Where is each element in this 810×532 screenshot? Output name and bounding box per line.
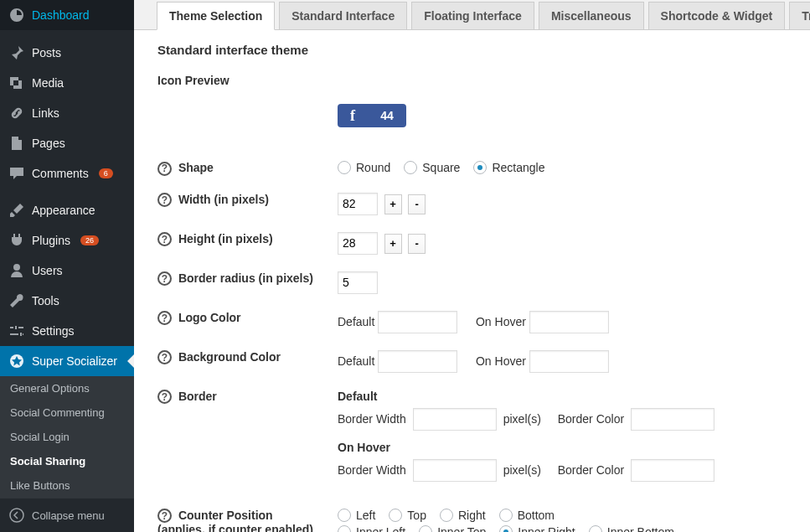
sidebar-item-dashboard[interactable]: Dashboard bbox=[0, 0, 134, 30]
border-width-suffix: pixel(s) bbox=[503, 463, 541, 477]
bg-color-label: Background Color bbox=[178, 350, 281, 364]
counter-top[interactable]: Top bbox=[389, 509, 426, 522]
sidebar-label: Super Socializer bbox=[32, 354, 117, 368]
counter-left-radio[interactable] bbox=[338, 509, 351, 522]
sidebar-label: Users bbox=[32, 264, 63, 277]
sidebar-label: Tools bbox=[32, 294, 59, 307]
sidebar-subitem-general[interactable]: General Options bbox=[0, 376, 134, 400]
bg-color-hover-input[interactable] bbox=[529, 350, 609, 373]
width-minus-button[interactable]: - bbox=[408, 194, 426, 214]
sidebar-item-posts[interactable]: Posts bbox=[0, 38, 134, 68]
tab-troubleshoot[interactable]: Trou bbox=[789, 2, 810, 29]
shape-square[interactable]: Square bbox=[404, 161, 460, 174]
sidebar-item-appearance[interactable]: Appearance bbox=[0, 195, 134, 225]
sidebar-label: Dashboard bbox=[32, 8, 90, 22]
sidebar-subitem-login[interactable]: Social Login bbox=[0, 425, 134, 449]
comment-icon bbox=[8, 165, 25, 182]
border-color-default-input[interactable] bbox=[631, 408, 715, 431]
help-icon[interactable]: ? bbox=[157, 350, 172, 364]
border-color-label: Border Color bbox=[558, 463, 624, 477]
logo-color-hover-input[interactable] bbox=[529, 311, 609, 333]
help-icon[interactable]: ? bbox=[157, 390, 172, 404]
counter-inner-left[interactable]: Inner Left bbox=[338, 525, 405, 533]
help-icon[interactable]: ? bbox=[157, 232, 172, 246]
sidebar-item-pages[interactable]: Pages bbox=[0, 128, 134, 158]
brush-icon bbox=[8, 202, 25, 219]
help-icon[interactable]: ? bbox=[157, 271, 172, 286]
admin-sidebar: Dashboard Posts Media Links Pages Commen… bbox=[0, 0, 134, 532]
socializer-icon bbox=[8, 353, 25, 369]
sidebar-item-super-socializer[interactable]: Super Socializer bbox=[0, 346, 134, 376]
help-icon[interactable]: ? bbox=[157, 162, 172, 176]
sidebar-item-media[interactable]: Media bbox=[0, 68, 134, 98]
tabs-nav: Theme Selection Standard Interface Float… bbox=[134, 0, 810, 30]
counter-left[interactable]: Left bbox=[338, 509, 375, 522]
sidebar-subitem-sharing[interactable]: Social Sharing bbox=[0, 449, 134, 473]
logo-hover-label: On Hover bbox=[476, 315, 526, 328]
bg-color-default-input[interactable] bbox=[378, 350, 457, 373]
icon-preview-facebook: f 44 bbox=[338, 104, 406, 127]
counter-inner-right-radio[interactable] bbox=[499, 525, 513, 533]
height-input[interactable] bbox=[338, 232, 378, 255]
counter-inner-left-radio[interactable] bbox=[338, 525, 351, 533]
counter-label: Counter Position bbox=[178, 509, 273, 522]
counter-inner-top-radio[interactable] bbox=[419, 525, 432, 533]
tab-theme-selection[interactable]: Theme Selection bbox=[157, 2, 275, 30]
logo-color-default-input[interactable] bbox=[378, 311, 457, 333]
border-width-default-input[interactable] bbox=[413, 408, 497, 431]
width-plus-button[interactable]: + bbox=[384, 194, 402, 214]
sidebar-item-users[interactable]: Users bbox=[0, 256, 134, 286]
border-width-suffix: pixel(s) bbox=[503, 412, 541, 426]
border-color-hover-input[interactable] bbox=[631, 459, 715, 482]
help-icon[interactable]: ? bbox=[157, 509, 172, 523]
border-width-hover-input[interactable] bbox=[413, 459, 497, 482]
border-width-label: Border Width bbox=[338, 412, 406, 426]
collapse-label: Collapse menu bbox=[32, 509, 105, 522]
sidebar-subitem-like[interactable]: Like Buttons bbox=[0, 473, 134, 498]
tab-shortcode-widget[interactable]: Shortcode & Widget bbox=[648, 2, 786, 29]
counter-inner-bottom[interactable]: Inner Bottom bbox=[589, 525, 674, 533]
collapse-menu[interactable]: Collapse menu bbox=[0, 498, 134, 532]
sidebar-item-tools[interactable]: Tools bbox=[0, 286, 134, 316]
sidebar-item-comments[interactable]: Comments 6 bbox=[0, 158, 134, 189]
comments-badge: 6 bbox=[99, 168, 113, 178]
shape-rectangle[interactable]: Rectangle bbox=[473, 161, 544, 174]
icon-preview-label: Icon Preview bbox=[157, 74, 787, 87]
counter-bottom[interactable]: Bottom bbox=[499, 509, 555, 522]
shape-square-radio[interactable] bbox=[404, 161, 417, 174]
preview-count: 44 bbox=[380, 109, 394, 122]
counter-right[interactable]: Right bbox=[440, 509, 486, 522]
sidebar-item-links[interactable]: Links bbox=[0, 98, 134, 128]
bg-default-label: Default bbox=[338, 354, 374, 368]
counter-bottom-radio[interactable] bbox=[499, 509, 513, 522]
collapse-icon bbox=[8, 507, 25, 524]
help-icon[interactable]: ? bbox=[157, 311, 172, 325]
counter-right-radio[interactable] bbox=[440, 509, 453, 522]
sliders-icon bbox=[8, 323, 25, 339]
tab-standard-interface[interactable]: Standard Interface bbox=[279, 2, 407, 29]
counter-sublabel: (applies, if counter enabled) bbox=[157, 523, 338, 532]
tab-miscellaneous[interactable]: Miscellaneous bbox=[539, 2, 644, 29]
logo-color-label: Logo Color bbox=[178, 311, 241, 324]
border-radius-label: Border radius (in pixels) bbox=[178, 271, 313, 285]
shape-round-radio[interactable] bbox=[338, 161, 351, 174]
border-label: Border bbox=[178, 390, 217, 403]
logo-default-label: Default bbox=[338, 315, 374, 328]
sidebar-subitem-commenting[interactable]: Social Commenting bbox=[0, 400, 134, 425]
section-title: Standard interface theme bbox=[157, 30, 787, 65]
tab-floating-interface[interactable]: Floating Interface bbox=[411, 2, 534, 29]
shape-round[interactable]: Round bbox=[338, 161, 390, 174]
border-radius-input[interactable] bbox=[338, 271, 378, 294]
width-input[interactable] bbox=[338, 193, 378, 215]
sidebar-item-settings[interactable]: Settings bbox=[0, 316, 134, 346]
counter-top-radio[interactable] bbox=[389, 509, 402, 522]
counter-inner-right[interactable]: Inner Right bbox=[499, 525, 575, 533]
height-minus-button[interactable]: - bbox=[408, 234, 426, 254]
height-plus-button[interactable]: + bbox=[384, 234, 402, 254]
bg-hover-label: On Hover bbox=[476, 354, 526, 368]
help-icon[interactable]: ? bbox=[157, 193, 172, 207]
sidebar-item-plugins[interactable]: Plugins 26 bbox=[0, 225, 134, 256]
shape-rectangle-radio[interactable] bbox=[473, 161, 487, 174]
counter-inner-top[interactable]: Inner Top bbox=[419, 525, 486, 533]
counter-inner-bottom-radio[interactable] bbox=[589, 525, 602, 533]
